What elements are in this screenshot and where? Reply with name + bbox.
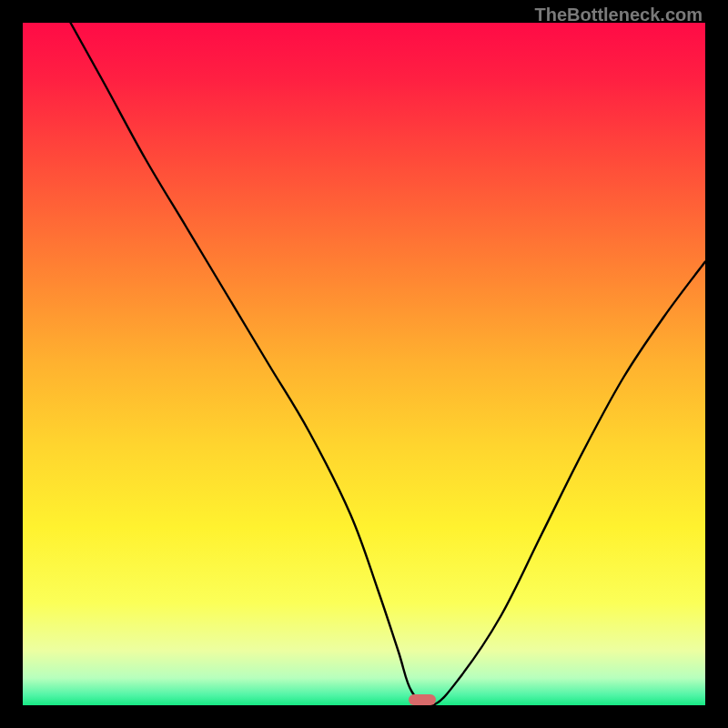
optimal-point-marker: [409, 694, 436, 705]
plot-area: [23, 23, 705, 705]
watermark-text: TheBottleneck.com: [535, 5, 703, 25]
chart-frame: TheBottleneck.com: [0, 0, 728, 728]
bottleneck-curve: [23, 23, 705, 705]
